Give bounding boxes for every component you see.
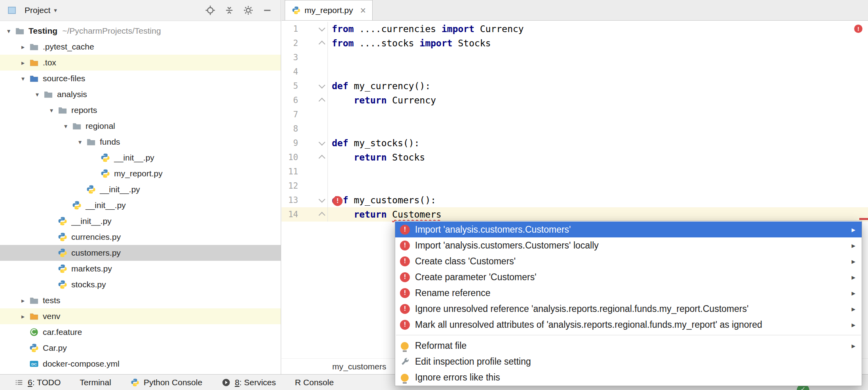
tree-item-regional[interactable]: ▾regional [0, 118, 281, 134]
tree-item-customers-py[interactable]: customers.py [0, 245, 281, 261]
code-line-1[interactable]: 1from ....currencies import Currency [282, 22, 868, 36]
tree-item-markets-py[interactable]: markets.py [0, 261, 281, 277]
code-line-5[interactable]: 5def my_currency(): [282, 79, 868, 93]
tree-item-label: regional [86, 121, 115, 131]
chevron-expanded-icon[interactable]: ▾ [32, 91, 43, 98]
fold-down-icon[interactable] [298, 84, 327, 88]
locate-icon[interactable] [203, 3, 217, 17]
tree-item-car-py[interactable]: Car.py [0, 340, 281, 356]
tree-item-label: Testing [29, 26, 57, 36]
tree-item-init-py[interactable]: __init__.py [0, 197, 281, 213]
tree-item-init-py[interactable]: __init__.py [0, 182, 281, 197]
tree-item-analysis[interactable]: ▾analysis [0, 86, 281, 102]
tree-item-init-py[interactable]: __init__.py [0, 213, 281, 229]
editor-tab-my-report[interactable]: my_report.py × [285, 0, 373, 20]
folder-icon [86, 137, 96, 147]
tree-item-stocks-py[interactable]: stocks.py [0, 277, 281, 292]
fold-up-icon[interactable] [298, 154, 327, 161]
chevron-collapsed-icon[interactable]: ▸ [17, 313, 29, 320]
popup-item-label: Edit inspection profile setting [415, 356, 855, 367]
code-line-12[interactable]: 12 [282, 179, 868, 193]
tree-item-reports[interactable]: ▾reports [0, 102, 281, 118]
popup-item-import-analysis-customers-customers[interactable]: !Import 'analysis.customers.Customers'▸ [395, 222, 862, 237]
tree-item-car-feature[interactable]: car.feature [0, 324, 281, 340]
tree-item-funds[interactable]: ▾funds [0, 134, 281, 150]
code-line-2[interactable]: 2from ....stocks import Stocks [282, 36, 868, 50]
code-line-4[interactable]: 4 [282, 65, 868, 79]
tab-label: my_report.py [305, 6, 353, 15]
tree-item-label: .pytest_cache [43, 42, 94, 52]
close-tab-icon[interactable]: × [360, 6, 366, 15]
hide-panel-icon[interactable] [260, 3, 274, 17]
code-line-7[interactable]: 7 [282, 107, 868, 122]
python-file-icon [57, 248, 68, 258]
tree-item-init-py[interactable]: __init__.py [0, 150, 281, 166]
chevron-expanded-icon[interactable]: ▾ [60, 122, 71, 130]
code-line-14[interactable]: 14 return Customers [282, 207, 868, 222]
chevron-expanded-icon[interactable]: ▾ [3, 27, 14, 35]
statusbar-item-label: R Console [295, 378, 334, 387]
statusbar-item-python-console[interactable]: Python Console [130, 378, 202, 387]
breadcrumb-item[interactable]: my_customers [332, 362, 386, 371]
submenu-arrow-icon: ▸ [851, 257, 855, 266]
code-line-8[interactable]: 8 [282, 122, 868, 136]
inspection-status-widget[interactable]: ! [854, 25, 862, 33]
popup-item-label: Rename reference [415, 288, 846, 298]
statusbar-item-label: Terminal [80, 378, 111, 387]
chevron-expanded-icon[interactable]: ▾ [74, 138, 86, 146]
error-stripe-mark[interactable] [859, 218, 868, 220]
python-file-icon [100, 168, 110, 179]
statusbar-item-r-console[interactable]: R Console [295, 378, 334, 387]
settings-gear-icon[interactable] [241, 3, 255, 17]
tree-item-label: .tox [43, 58, 56, 67]
chevron-collapsed-icon[interactable]: ▸ [17, 59, 29, 67]
tree-item-docker-compose-yml[interactable]: DCdocker-compose.yml [0, 356, 281, 372]
code-line-3[interactable]: 3 [282, 50, 868, 65]
statusbar-item-6-todo[interactable]: 6: TODO [14, 378, 61, 387]
popup-item-ignore-unresolved-reference-analysis-reports-reg[interactable]: !Ignore unresolved reference 'analysis.r… [395, 301, 862, 317]
popup-item-label: Mark all unresolved attributes of 'analy… [415, 319, 846, 330]
statusbar-item-8-services[interactable]: 8: Services [221, 378, 276, 387]
code-line-9[interactable]: 9def my_stocks(): [282, 136, 868, 150]
tree-item-my-report-py[interactable]: my_report.py [0, 166, 281, 182]
fold-down-icon[interactable] [298, 27, 327, 31]
tree-item-venv[interactable]: ▸venv [0, 308, 281, 324]
code-line-13[interactable]: 13def my_customers():! [282, 193, 868, 207]
chevron-collapsed-icon[interactable]: ▸ [17, 43, 29, 51]
bulb-icon [401, 342, 409, 350]
code-line-6[interactable]: 6 return Currency [282, 93, 868, 107]
tree-item-testing[interactable]: ▾Testing~/PycharmProjects/Testing [0, 23, 281, 39]
intention-error-icon[interactable]: ! [333, 195, 343, 206]
line-number: 12 [282, 181, 298, 191]
popup-item-ignore-errors-like-this[interactable]: Ignore errors like this [395, 369, 862, 385]
popup-item-create-class-customers[interactable]: !Create class 'Customers'▸ [395, 253, 862, 269]
fold-down-icon[interactable] [298, 199, 327, 202]
code-line-10[interactable]: 10 return Stocks [282, 150, 868, 164]
tree-item-tests[interactable]: ▸tests [0, 292, 281, 308]
fold-up-icon[interactable] [298, 40, 327, 46]
popup-item-mark-all-unresolved-attributes-of-analysis-repor[interactable]: !Mark all unresolved attributes of 'anal… [395, 317, 862, 333]
tree-item-currencies-py[interactable]: currencies.py [0, 229, 281, 245]
project-panel-title[interactable]: Project [25, 6, 50, 15]
chevron-expanded-icon[interactable]: ▾ [46, 107, 57, 114]
tree-item-pytest-cache[interactable]: ▸.pytest_cache [0, 39, 281, 55]
popup-item-rename-reference[interactable]: !Rename reference▸ [395, 285, 862, 301]
popup-item-import-analysis-customers-customers-locally[interactable]: !Import 'analysis.customers.Customers' l… [395, 237, 862, 253]
chevron-collapsed-icon[interactable]: ▸ [17, 297, 29, 304]
popup-item-create-parameter-customers[interactable]: !Create parameter 'Customers'▸ [395, 269, 862, 285]
tree-item-tox[interactable]: ▸.tox [0, 55, 281, 71]
popup-item-edit-inspection-profile-setting[interactable]: Edit inspection profile setting [395, 354, 862, 369]
chevron-expanded-icon[interactable]: ▾ [17, 75, 29, 82]
gutter-separator [327, 179, 328, 193]
statusbar-item-terminal[interactable]: Terminal [80, 378, 111, 387]
tree-item-source-files[interactable]: ▾source-files [0, 71, 281, 86]
fold-up-icon[interactable] [298, 211, 327, 218]
statusbar-item-label: 8: Services [235, 378, 276, 387]
code-line-11[interactable]: 11 [282, 164, 868, 179]
collapse-all-icon[interactable] [222, 3, 236, 17]
popup-item-reformat-file[interactable]: Reformat file▸ [395, 338, 862, 354]
tree-item-label: customers.py [71, 248, 121, 258]
chevron-down-icon[interactable]: ▾ [54, 7, 57, 14]
fold-down-icon[interactable] [298, 141, 327, 145]
fold-up-icon[interactable] [298, 97, 327, 103]
